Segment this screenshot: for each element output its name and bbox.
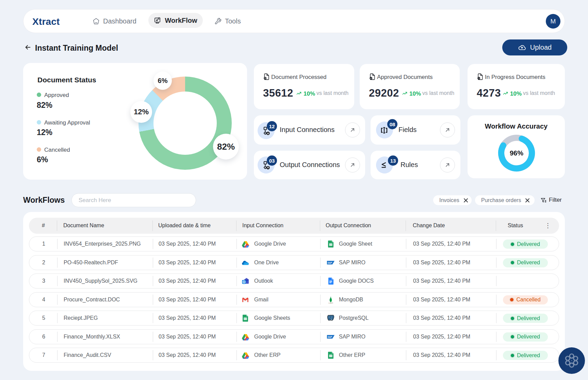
svg-text:96%: 96% (510, 149, 523, 157)
svg-text:SAP: SAP (328, 262, 332, 264)
svg-text:mongoDB: mongoDB (328, 302, 333, 304)
svg-text:SAP: SAP (328, 336, 332, 338)
